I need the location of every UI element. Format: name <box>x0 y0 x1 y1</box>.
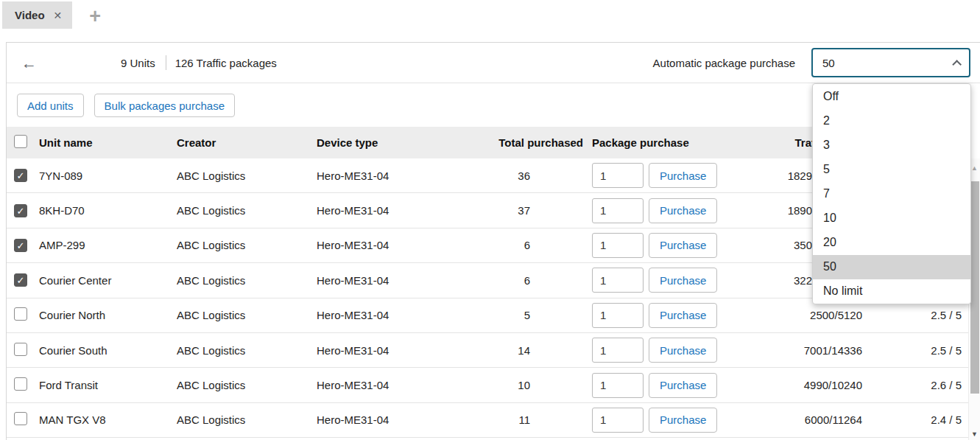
device-type-cell: Hero-ME31-04 <box>317 344 479 357</box>
tab-video[interactable]: Video ✕ <box>2 1 72 29</box>
close-icon[interactable]: ✕ <box>54 10 63 21</box>
divider <box>166 55 166 70</box>
unit-name-cell: Courier South <box>39 344 177 357</box>
total-purchased-cell: 10 <box>479 379 586 391</box>
row-checkbox[interactable]: ✓ <box>14 239 27 252</box>
quantity-input[interactable] <box>592 373 644 398</box>
tab-bar: Video ✕ + <box>0 0 980 29</box>
dropdown-option[interactable]: 50 <box>813 255 970 279</box>
quantity-input[interactable] <box>592 268 644 293</box>
device-type-cell: Hero-ME31-04 <box>317 379 479 391</box>
header-creator: Creator <box>177 136 317 149</box>
header-device-type: Device type <box>317 136 479 149</box>
back-arrow-icon[interactable]: ← <box>21 55 37 71</box>
bulk-purchase-button[interactable]: Bulk packages purchase <box>94 94 235 117</box>
units-count: 9 Units <box>121 57 155 69</box>
device-type-cell: Hero-ME31-04 <box>317 170 479 182</box>
total-purchased-cell: 11 <box>479 413 586 426</box>
quantity-input[interactable] <box>592 338 644 363</box>
dropdown-option[interactable]: 2 <box>813 108 970 133</box>
total-purchased-cell: 6 <box>479 239 586 251</box>
rating-cell: 2.4 / 5 <box>868 413 969 426</box>
traffic-packages-count: 126 Traffic packages <box>175 57 277 69</box>
total-purchased-cell: 6 <box>479 274 586 287</box>
add-units-button[interactable]: Add units <box>17 94 84 117</box>
header-package-purchase: Package purchase <box>586 136 726 149</box>
creator-cell: ABC Logistics <box>177 379 317 391</box>
tab-label: Video <box>15 9 45 21</box>
creator-cell: ABC Logistics <box>177 239 317 251</box>
quantity-input[interactable] <box>592 408 644 433</box>
dropdown-option[interactable]: 7 <box>813 181 970 206</box>
purchase-button[interactable]: Purchase <box>649 408 717 433</box>
device-type-cell: Hero-ME31-04 <box>317 239 479 251</box>
dropdown-option[interactable]: 20 <box>813 231 970 255</box>
unit-name-cell: 7YN-089 <box>39 170 177 182</box>
dropdown-option[interactable]: No limit <box>813 279 970 304</box>
chevron-up-icon <box>952 60 962 69</box>
row-checkbox[interactable] <box>14 307 27 321</box>
creator-cell: ABC Logistics <box>177 309 317 321</box>
dropdown-option[interactable]: 3 <box>813 133 970 157</box>
quantity-input[interactable] <box>592 198 644 223</box>
dropdown-option[interactable]: 10 <box>813 206 970 230</box>
purchase-button[interactable]: Purchase <box>649 268 717 293</box>
purchase-button[interactable]: Purchase <box>649 198 717 223</box>
row-checkbox[interactable]: ✓ <box>14 273 27 287</box>
traffic-cell: 2500/5120 <box>726 309 868 321</box>
unit-name-cell: MAN TGX V8 <box>39 413 177 426</box>
scroll-down-arrow-icon[interactable]: ▼ <box>969 430 980 438</box>
purchase-button[interactable]: Purchase <box>649 338 717 363</box>
select-all-checkbox[interactable] <box>14 135 27 148</box>
creator-cell: ABC Logistics <box>177 344 317 357</box>
rating-cell: 2.5 / 5 <box>868 309 969 321</box>
total-purchased-cell: 5 <box>479 309 586 321</box>
rating-cell: 2.5 / 5 <box>868 344 969 357</box>
unit-name-cell: Courier Center <box>39 274 177 287</box>
table-row: MAN TGX V8 ABC Logistics Hero-ME31-04 11… <box>7 403 969 438</box>
total-purchased-cell: 37 <box>479 204 586 217</box>
creator-cell: ABC Logistics <box>177 204 317 217</box>
total-purchased-cell: 36 <box>479 170 586 182</box>
traffic-cell: 4990/10240 <box>726 379 868 391</box>
unit-name-cell: AMP-299 <box>39 239 177 251</box>
device-type-cell: Hero-ME31-04 <box>317 274 479 287</box>
header-unit-name: Unit name <box>39 136 177 149</box>
quantity-input[interactable] <box>592 233 644 258</box>
row-checkbox[interactable] <box>14 343 27 356</box>
row-checkbox[interactable]: ✓ <box>14 169 27 182</box>
auto-purchase-dropdown: Off2357102050No limit <box>812 83 971 304</box>
add-tab-icon[interactable]: + <box>89 5 101 27</box>
quantity-input[interactable] <box>592 303 644 328</box>
row-checkbox[interactable] <box>14 377 27 391</box>
rating-cell: 2.6 / 5 <box>868 379 969 391</box>
header-total-purchased: Total purchased <box>479 136 586 149</box>
unit-name-cell: 8KH-D70 <box>39 204 177 217</box>
total-purchased-cell: 14 <box>479 344 586 357</box>
dropdown-option[interactable]: 5 <box>813 157 970 181</box>
units-panel: ← 9 Units 126 Traffic packages Automatic… <box>6 42 980 440</box>
purchase-button[interactable]: Purchase <box>649 233 717 258</box>
table-row: Courier South ABC Logistics Hero-ME31-04… <box>7 333 969 368</box>
purchase-button[interactable]: Purchase <box>649 303 717 328</box>
row-checkbox[interactable]: ✓ <box>14 204 27 217</box>
creator-cell: ABC Logistics <box>177 170 317 182</box>
purchase-button[interactable]: Purchase <box>649 163 717 188</box>
table-row: Ford Transit ABC Logistics Hero-ME31-04 … <box>7 368 969 402</box>
unit-name-cell: Courier North <box>39 309 177 321</box>
auto-purchase-label: Automatic package purchase <box>653 57 795 69</box>
unit-name-cell: Ford Transit <box>39 379 177 391</box>
traffic-cell: 6000/11264 <box>726 413 868 426</box>
creator-cell: ABC Logistics <box>177 274 317 287</box>
device-type-cell: Hero-ME31-04 <box>317 204 479 217</box>
purchase-button[interactable]: Purchase <box>649 373 717 398</box>
scrollbar-thumb[interactable] <box>970 181 979 394</box>
quantity-input[interactable] <box>592 163 644 188</box>
row-checkbox[interactable] <box>14 412 27 425</box>
device-type-cell: Hero-ME31-04 <box>317 309 479 321</box>
toolbar: ← 9 Units 126 Traffic packages Automatic… <box>7 43 980 83</box>
device-type-cell: Hero-ME31-04 <box>317 413 479 426</box>
auto-purchase-select[interactable]: 50 <box>811 48 970 77</box>
select-value: 50 <box>822 57 835 69</box>
dropdown-option[interactable]: Off <box>813 84 970 108</box>
